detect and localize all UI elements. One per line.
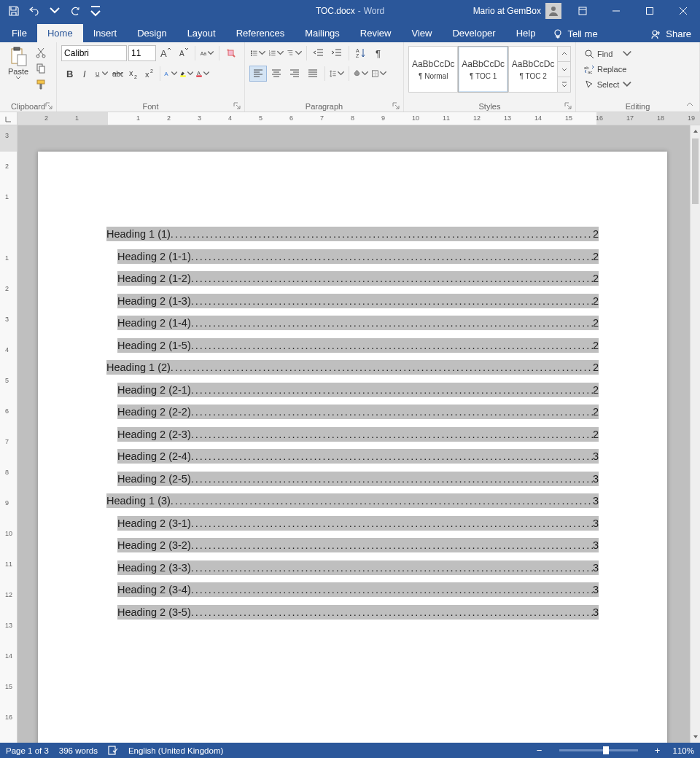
- tab-mailings[interactable]: Mailings: [295, 24, 350, 42]
- status-language[interactable]: English (United Kingdom): [128, 746, 223, 755]
- share-button[interactable]: Share: [642, 26, 700, 42]
- show-marks-button[interactable]: ¶: [370, 45, 388, 61]
- tab-file[interactable]: File: [1, 24, 37, 42]
- superscript-button[interactable]: x2: [141, 66, 158, 82]
- undo-dropdown[interactable]: [45, 1, 64, 20]
- tab-references[interactable]: References: [226, 24, 295, 42]
- toc-entry[interactable]: Heading 2 (1-2) ........................…: [117, 271, 599, 286]
- multilevel-list-button[interactable]: [286, 45, 303, 61]
- bold-button[interactable]: B: [61, 66, 77, 82]
- close-button[interactable]: [666, 0, 700, 22]
- minimize-button[interactable]: [599, 0, 633, 22]
- spellcheck-icon[interactable]: [108, 745, 118, 757]
- vertical-ruler[interactable]: 32112345678910111213141516: [0, 125, 18, 743]
- status-page[interactable]: Page 1 of 3: [6, 746, 49, 755]
- styles-row-up[interactable]: [558, 47, 570, 62]
- italic-button[interactable]: I: [77, 66, 93, 82]
- align-center-button[interactable]: [268, 66, 285, 82]
- zoom-slider[interactable]: [559, 749, 638, 751]
- tab-view[interactable]: View: [401, 24, 442, 42]
- horizontal-ruler[interactable]: 2112345678910111213141516171819: [0, 112, 700, 125]
- toc-entry[interactable]: Heading 2 (3-1) ........................…: [117, 516, 599, 531]
- tab-design[interactable]: Design: [127, 24, 176, 42]
- style-toc1[interactable]: AaBbCcDc¶ TOC 1: [458, 46, 508, 93]
- scroll-down[interactable]: [691, 731, 700, 743]
- toc-entry[interactable]: Heading 1 (2) ..........................…: [106, 360, 599, 375]
- zoom-out-button[interactable]: −: [534, 745, 545, 756]
- scroll-up[interactable]: [691, 125, 700, 137]
- tell-me[interactable]: Tell me: [545, 26, 604, 42]
- line-spacing-button[interactable]: [328, 66, 346, 82]
- zoom-thumb[interactable]: [603, 746, 609, 754]
- page[interactable]: Heading 1 (1) ..........................…: [38, 152, 667, 743]
- status-words[interactable]: 396 words: [59, 746, 98, 755]
- styles-expand[interactable]: [558, 77, 570, 92]
- sort-button[interactable]: AZ: [352, 45, 370, 61]
- zoom-in-button[interactable]: +: [653, 745, 663, 756]
- paste-button[interactable]: Paste: [4, 44, 32, 80]
- shading-button[interactable]: [352, 66, 370, 82]
- subscript-button[interactable]: x2: [125, 66, 141, 82]
- toc-entry[interactable]: Heading 2 (3-4) ........................…: [117, 582, 599, 597]
- tab-help[interactable]: Help: [506, 24, 546, 42]
- vertical-scrollbar[interactable]: [690, 125, 700, 743]
- justify-button[interactable]: [304, 66, 322, 82]
- shrink-font-button[interactable]: A: [175, 45, 191, 61]
- borders-button[interactable]: [370, 66, 388, 82]
- table-of-contents[interactable]: Heading 1 (1) ..........................…: [38, 152, 667, 620]
- toc-entry[interactable]: Heading 2 (1-5) ........................…: [117, 338, 599, 353]
- toc-entry[interactable]: Heading 2 (2-2) ........................…: [117, 405, 599, 419]
- font-name-input[interactable]: [61, 45, 127, 61]
- toc-entry[interactable]: Heading 2 (2-5) ........................…: [117, 472, 599, 486]
- ribbon-display-options[interactable]: [566, 0, 599, 22]
- maximize-button[interactable]: [633, 0, 666, 22]
- toc-entry[interactable]: Heading 2 (2-4) ........................…: [117, 449, 599, 464]
- cut-button[interactable]: [32, 44, 50, 60]
- zoom-level[interactable]: 110%: [673, 746, 694, 755]
- grow-font-button[interactable]: A: [158, 45, 174, 61]
- bullets-button[interactable]: [249, 45, 267, 61]
- numbering-button[interactable]: 123: [268, 45, 285, 61]
- user-account[interactable]: Mario at GemBox: [469, 3, 566, 19]
- undo-button[interactable]: [25, 1, 44, 20]
- toc-entry[interactable]: Heading 1 (1) ..........................…: [106, 227, 599, 241]
- qat-customize[interactable]: [86, 1, 105, 20]
- select-button[interactable]: Select: [580, 77, 633, 92]
- find-button[interactable]: Find: [580, 46, 633, 61]
- tab-layout[interactable]: Layout: [177, 24, 226, 42]
- tab-insert[interactable]: Insert: [83, 24, 128, 42]
- save-button[interactable]: [4, 1, 23, 20]
- highlight-button[interactable]: [179, 66, 195, 82]
- collapse-ribbon[interactable]: [685, 100, 697, 110]
- tab-selector[interactable]: [0, 112, 18, 125]
- font-launcher[interactable]: [233, 101, 242, 110]
- redo-button[interactable]: [66, 1, 85, 20]
- toc-entry[interactable]: Heading 2 (1-4) ........................…: [117, 316, 599, 330]
- increase-indent-button[interactable]: [328, 45, 346, 61]
- strikethrough-button[interactable]: abc: [109, 66, 125, 82]
- toc-entry[interactable]: Heading 2 (1-3) ........................…: [117, 294, 599, 308]
- styles-launcher[interactable]: [564, 101, 573, 110]
- toc-entry[interactable]: Heading 2 (3-5) ........................…: [117, 605, 599, 620]
- underline-button[interactable]: U: [93, 66, 109, 82]
- toc-entry[interactable]: Heading 2 (1-1) ........................…: [117, 249, 599, 264]
- clipboard-launcher[interactable]: [45, 101, 54, 110]
- toc-entry[interactable]: Heading 2 (2-1) ........................…: [117, 383, 599, 397]
- clear-formatting-button[interactable]: [223, 45, 239, 61]
- tab-home[interactable]: Home: [37, 24, 83, 42]
- tab-developer[interactable]: Developer: [442, 24, 505, 42]
- decrease-indent-button[interactable]: [310, 45, 327, 61]
- copy-button[interactable]: [32, 60, 50, 77]
- font-color-button[interactable]: A: [195, 66, 211, 82]
- paragraph-launcher[interactable]: [392, 101, 401, 110]
- font-size-input[interactable]: [128, 45, 156, 61]
- align-right-button[interactable]: [286, 66, 303, 82]
- style-toc2[interactable]: AaBbCcDc¶ TOC 2: [508, 46, 558, 93]
- scroll-thumb[interactable]: [692, 138, 699, 204]
- format-painter-button[interactable]: [32, 77, 50, 93]
- align-left-button[interactable]: [249, 66, 267, 82]
- tab-review[interactable]: Review: [350, 24, 402, 42]
- toc-entry[interactable]: Heading 1 (3) ..........................…: [106, 493, 599, 508]
- text-effects-button[interactable]: A: [163, 66, 179, 82]
- change-case-button[interactable]: Aa: [199, 45, 215, 61]
